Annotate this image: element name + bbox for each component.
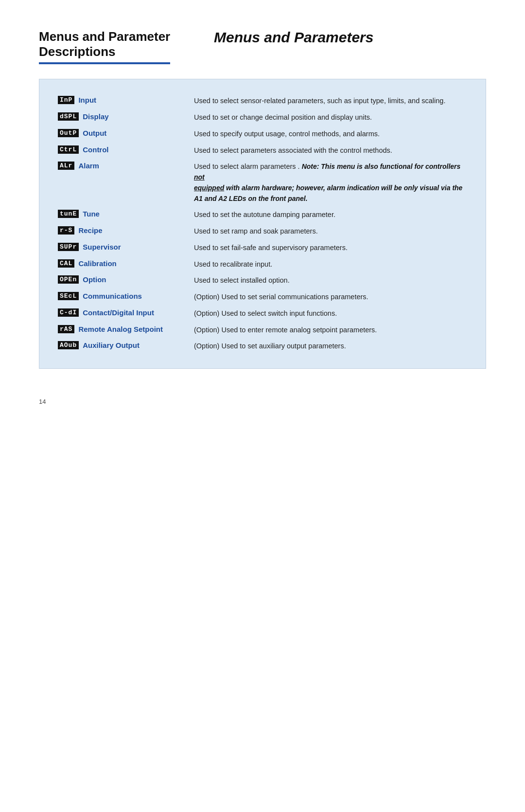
menu-tag: rAS [58,325,74,333]
menu-row: AOubAuxiliary Output(Option) Used to set… [54,338,471,355]
menu-name: Auxiliary Output [83,341,140,349]
menu-desc-cell: (Option) Used to enter remote analog set… [190,322,471,339]
menu-tag: InP [58,96,74,104]
page-number: 14 [39,398,486,405]
menu-row: CtrLControlUsed to select parameters ass… [54,143,471,159]
menu-row: rASRemote Analog Setpoint(Option) Used t… [54,322,471,339]
menu-name: Control [83,145,108,154]
menu-tag: C-dI [58,308,79,317]
menu-desc-cell: Used to specify output usage, control me… [190,126,471,143]
menu-name: Supervisor [83,243,121,251]
menu-label-cell: CtrLControl [54,143,190,159]
menu-row: r-SRecipeUsed to set ramp and soak param… [54,223,471,240]
menu-name: Remote Analog Setpoint [78,325,163,333]
menu-name: Display [83,112,108,121]
menu-name: Tune [83,210,100,218]
menu-desc-cell: Used to select alarm parameters . Note: … [190,159,471,207]
menu-tag: AOub [58,341,79,349]
menu-row: SUPrSupervisorUsed to set fail-safe and … [54,240,471,256]
menu-tag: dSPL [58,112,79,121]
menu-label-cell: tunETune [54,207,190,223]
menu-tag: r-S [58,226,74,235]
menu-desc-cell: (Option) Used to set serial communicatio… [190,289,471,306]
menu-desc-cell: Used to select installed option. [190,272,471,289]
menu-tag: tunE [58,210,79,218]
right-heading: Menus and Parameters [194,29,486,46]
menu-table: InPInputUsed to select sensor-related pa… [54,93,471,355]
menu-row: C-dIContact/Digital Input(Option) Used t… [54,306,471,322]
page-right-title: Menus and Parameters [214,29,486,46]
left-heading: Menus and Parameter Descriptions [39,29,194,64]
menu-row: ALrAlarmUsed to select alarm parameters … [54,159,471,207]
menu-row: dSPLDisplayUsed to set or change decimal… [54,109,471,126]
menu-desc-cell: Used to select sensor-related parameters… [190,93,471,109]
menu-name: Calibration [78,259,116,268]
menu-desc-cell: Used to select parameters associated wit… [190,143,471,159]
menu-desc-cell: Used to set fail-safe and supervisory pa… [190,240,471,256]
menu-desc-cell: (Option) Used to set auxiliary output pa… [190,338,471,355]
menu-label-cell: r-SRecipe [54,223,190,240]
menu-tag: CAL [58,259,74,268]
menu-desc-cell: Used to recalibrate input. [190,256,471,273]
menu-label-cell: C-dIContact/Digital Input [54,306,190,322]
menu-desc-cell: Used to set ramp and soak parameters. [190,223,471,240]
menu-row: tunETuneUsed to set the autotune damping… [54,207,471,223]
menu-label-cell: SUPrSupervisor [54,240,190,256]
menu-name: Alarm [78,162,99,170]
menu-desc-cell: (Option) Used to select switch input fun… [190,306,471,322]
menu-desc-cell: Used to set or change decimal position a… [190,109,471,126]
content-box: InPInputUsed to select sensor-related pa… [39,79,486,369]
menu-name: Contact/Digital Input [83,308,154,317]
menu-desc-cell: Used to set the autotune damping paramet… [190,207,471,223]
menu-tag: SUPr [58,243,79,251]
menu-name: Recipe [78,226,102,235]
menu-row: OutPOutputUsed to specify output usage, … [54,126,471,143]
menu-label-cell: OPEnOption [54,272,190,289]
menu-name: Input [78,96,96,104]
menu-label-cell: ALrAlarm [54,159,190,207]
menu-label-cell: dSPLDisplay [54,109,190,126]
page-header: Menus and Parameter Descriptions Menus a… [39,29,486,64]
menu-label-cell: CALCalibration [54,256,190,273]
menu-name: Option [83,275,106,284]
menu-label-cell: AOubAuxiliary Output [54,338,190,355]
menu-tag: OutP [58,129,79,137]
menu-label-cell: OutPOutput [54,126,190,143]
menu-note: Note: This menu is also functional for c… [194,162,462,202]
menu-row: OPEnOptionUsed to select installed optio… [54,272,471,289]
menu-label-cell: rASRemote Analog Setpoint [54,322,190,339]
menu-tag: ALr [58,162,74,170]
menu-name: Communications [83,292,142,300]
menu-tag: CtrL [58,145,79,154]
menu-row: InPInputUsed to select sensor-related pa… [54,93,471,109]
menu-tag: SEcL [58,292,79,300]
page-left-title: Menus and Parameter Descriptions [39,29,170,64]
menu-label-cell: InPInput [54,93,190,109]
menu-row: CALCalibrationUsed to recalibrate input. [54,256,471,273]
menu-tag: OPEn [58,275,79,284]
menu-row: SEcLCommunications(Option) Used to set s… [54,289,471,306]
menu-name: Output [83,129,106,137]
menu-label-cell: SEcLCommunications [54,289,190,306]
